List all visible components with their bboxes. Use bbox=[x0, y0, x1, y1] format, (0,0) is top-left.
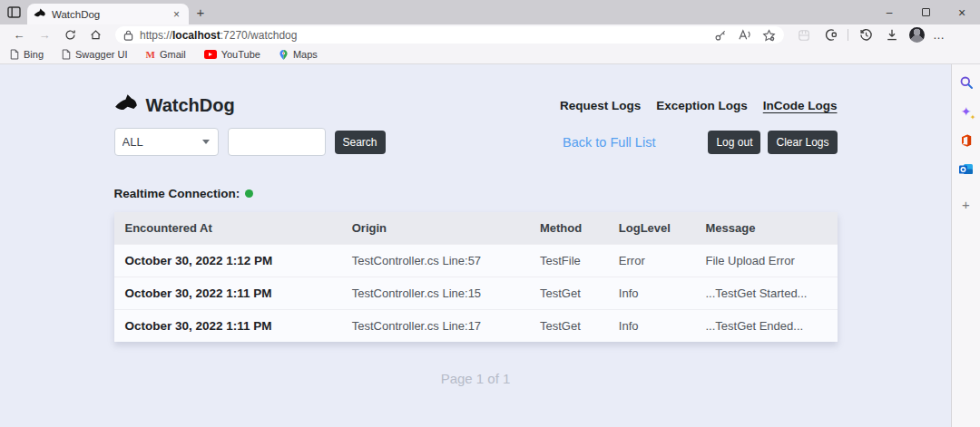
read-aloud-icon[interactable] bbox=[738, 29, 751, 41]
maximize-button[interactable] bbox=[907, 0, 944, 24]
search-input[interactable] bbox=[228, 128, 326, 156]
history-icon[interactable] bbox=[857, 26, 875, 44]
logs-table: Encountered At Origin Method LogLevel Me… bbox=[114, 212, 838, 342]
edge-sidebar: ✦ ✦ + bbox=[951, 64, 980, 427]
new-tab-button[interactable]: + bbox=[189, 1, 212, 24]
favorites-star-icon[interactable] bbox=[762, 29, 776, 42]
connection-status-dot bbox=[245, 189, 253, 198]
action-bar: Back to Full List Log out Clear Logs bbox=[563, 131, 837, 154]
forward-button[interactable]: → bbox=[34, 29, 55, 41]
nav-request-logs[interactable]: Request Logs bbox=[560, 99, 641, 112]
settings-menu-icon[interactable]: … bbox=[933, 28, 946, 42]
tab-title: WatchDog bbox=[52, 9, 165, 20]
log-type-nav: Request Logs Exception Logs InCode Logs bbox=[560, 99, 838, 112]
browser-essentials-icon[interactable] bbox=[821, 26, 839, 44]
clear-logs-button[interactable]: Clear Logs bbox=[768, 131, 837, 154]
window-controls: – × bbox=[871, 0, 980, 24]
table-row: October 30, 2022 1:11 PM TestController.… bbox=[114, 277, 838, 310]
browser-window: WatchDog × + – × ← → https://localhost:7… bbox=[0, 0, 980, 427]
watchdog-logo[interactable]: WatchDog bbox=[114, 93, 235, 118]
pagination-info: Page 1 of 1 bbox=[114, 371, 838, 386]
browser-toolbar: ← → https://localhost:7270/watchdog bbox=[0, 24, 980, 45]
toolbar-right-icons: … bbox=[795, 26, 946, 44]
logout-button[interactable]: Log out bbox=[708, 131, 760, 154]
tab-close-icon[interactable]: × bbox=[171, 8, 182, 21]
table-row: October 30, 2022 1:12 PM TestController.… bbox=[114, 245, 838, 277]
col-method: Method bbox=[529, 212, 608, 245]
back-button[interactable]: ← bbox=[8, 29, 30, 41]
log-level-select[interactable]: ALL bbox=[114, 128, 219, 156]
col-origin: Origin bbox=[341, 212, 529, 245]
bookmark-gmail[interactable]: M Gmail bbox=[146, 49, 186, 60]
realtime-label: Realtime Connection: bbox=[114, 187, 240, 200]
col-encountered-at: Encountered At bbox=[114, 212, 341, 245]
sidebar-copilot-icon[interactable]: ✦ ✦ bbox=[957, 102, 975, 121]
watchdog-favicon-icon bbox=[34, 8, 46, 21]
watchdog-page: WatchDog Request Logs Exception Logs InC… bbox=[0, 64, 951, 427]
gmail-icon: M bbox=[146, 49, 155, 60]
nav-exception-logs[interactable]: Exception Logs bbox=[656, 99, 748, 112]
address-bar-actions bbox=[714, 29, 776, 42]
back-to-full-list-link[interactable]: Back to Full List bbox=[563, 135, 655, 150]
bookmark-swagger-ui[interactable]: Swagger UI bbox=[62, 49, 127, 60]
downloads-icon[interactable] bbox=[883, 26, 901, 44]
browser-content: WatchDog Request Logs Exception Logs InC… bbox=[0, 64, 980, 427]
watchdog-dog-icon bbox=[114, 93, 139, 118]
col-message: Message bbox=[694, 212, 837, 245]
page-icon bbox=[62, 49, 71, 60]
home-button[interactable] bbox=[84, 29, 106, 41]
search-button[interactable]: Search bbox=[335, 131, 386, 154]
realtime-connection-status: Realtime Connection: bbox=[114, 187, 838, 200]
table-header-row: Encountered At Origin Method LogLevel Me… bbox=[114, 212, 838, 245]
refresh-button[interactable] bbox=[59, 29, 81, 41]
maximize-icon bbox=[922, 8, 930, 16]
nav-incode-logs[interactable]: InCode Logs bbox=[763, 99, 838, 112]
password-key-icon[interactable] bbox=[714, 29, 727, 42]
url-text: https://localhost:7270/watchdog bbox=[140, 29, 297, 42]
brand-title: WatchDog bbox=[146, 95, 235, 116]
minimize-button[interactable]: – bbox=[871, 0, 907, 24]
sidebar-office-icon[interactable] bbox=[957, 131, 975, 150]
page-icon bbox=[10, 49, 19, 60]
col-loglevel: LogLevel bbox=[608, 212, 695, 245]
lock-icon bbox=[123, 30, 133, 41]
profile-avatar[interactable] bbox=[909, 27, 925, 43]
sidebar-search-icon[interactable] bbox=[957, 73, 975, 92]
browser-tab-watchdog[interactable]: WatchDog × bbox=[27, 4, 189, 24]
sidebar-customize-icon[interactable]: + bbox=[957, 195, 975, 213]
log-level-select-wrap: ALL bbox=[114, 128, 219, 156]
address-bar[interactable]: https://localhost:7270/watchdog bbox=[115, 26, 784, 44]
close-button[interactable]: × bbox=[944, 0, 980, 24]
browser-titlebar: WatchDog × + – × bbox=[0, 0, 980, 24]
sidebar-outlook-icon[interactable] bbox=[957, 160, 975, 179]
extensions-icon[interactable] bbox=[795, 26, 813, 44]
bookmark-maps[interactable]: Maps bbox=[279, 49, 318, 61]
bookmarks-bar: Bing Swagger UI M Gmail YouTube Maps bbox=[0, 45, 980, 64]
bookmark-youtube[interactable]: YouTube bbox=[204, 49, 260, 60]
maps-icon bbox=[279, 49, 289, 61]
tab-actions-icon[interactable] bbox=[0, 0, 27, 24]
toolbar-separator bbox=[848, 29, 848, 41]
table-row: October 30, 2022 1:11 PM TestController.… bbox=[114, 310, 838, 343]
bookmark-bing[interactable]: Bing bbox=[10, 49, 44, 60]
filter-bar: ALL Search bbox=[114, 128, 386, 156]
youtube-icon bbox=[204, 50, 217, 59]
